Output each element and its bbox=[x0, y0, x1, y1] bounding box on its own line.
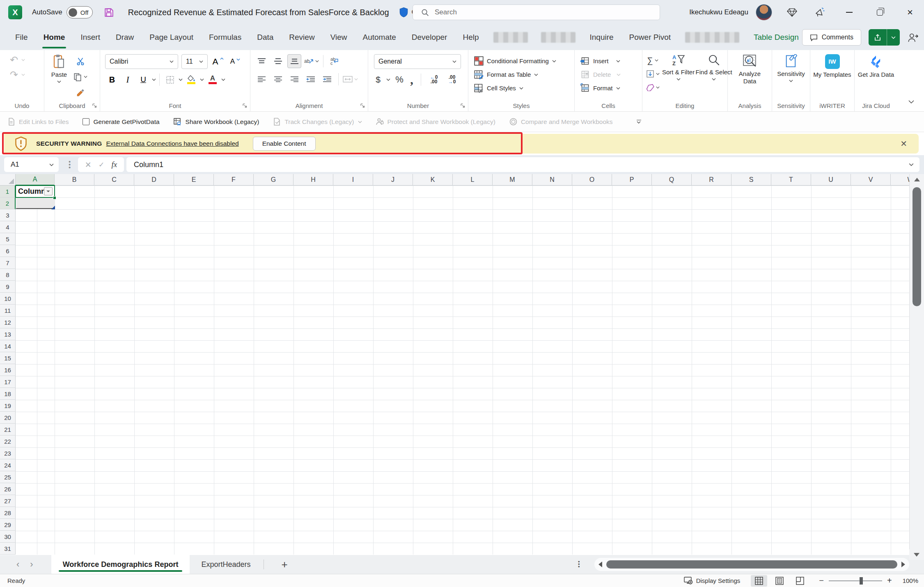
row-header-1[interactable]: 1 bbox=[0, 186, 16, 197]
wrap-text-button[interactable]: abc bbox=[328, 54, 342, 68]
row-header-30[interactable]: 30 bbox=[0, 531, 16, 543]
toolbar-overflow-button[interactable] bbox=[637, 120, 641, 124]
italic-button[interactable]: I bbox=[121, 73, 135, 87]
zoom-level[interactable]: 100% bbox=[903, 577, 918, 584]
search-input[interactable]: Search bbox=[413, 5, 660, 20]
redacted-tab[interactable] bbox=[493, 32, 528, 43]
align-right-button[interactable] bbox=[287, 72, 301, 86]
row-header-15[interactable]: 15 bbox=[0, 352, 16, 364]
currency-dropdown[interactable] bbox=[386, 78, 390, 81]
column-header-b[interactable]: B bbox=[55, 174, 94, 186]
column-header-p[interactable]: P bbox=[612, 174, 652, 186]
name-box[interactable]: A1 bbox=[4, 157, 59, 172]
comments-button[interactable]: Comments bbox=[802, 29, 861, 46]
ribbon-tab-view[interactable]: View bbox=[323, 25, 355, 50]
restore-button[interactable] bbox=[871, 3, 889, 21]
share-icon[interactable] bbox=[869, 29, 887, 46]
column-header-e[interactable]: E bbox=[174, 174, 214, 186]
fill-handle[interactable] bbox=[53, 196, 56, 199]
cells-area[interactable]: Column1 bbox=[16, 186, 909, 555]
analyze-data-button[interactable]: Analyze Data bbox=[733, 54, 767, 85]
font-color-dropdown[interactable] bbox=[221, 78, 225, 81]
select-all-corner[interactable] bbox=[0, 174, 16, 186]
ribbon-tab-insert[interactable]: Insert bbox=[73, 25, 108, 50]
delete-cells-button[interactable]: Delete bbox=[580, 68, 642, 81]
undo-button[interactable]: ↶ bbox=[10, 54, 41, 66]
underline-dropdown[interactable] bbox=[152, 78, 156, 81]
minimize-button[interactable] bbox=[840, 3, 858, 21]
row-header-20[interactable]: 20 bbox=[0, 412, 16, 424]
align-left-button[interactable] bbox=[255, 72, 268, 86]
prev-sheet-icon[interactable]: ‹ bbox=[16, 559, 19, 570]
row-header-19[interactable]: 19 bbox=[0, 400, 16, 412]
save-icon[interactable] bbox=[103, 7, 114, 18]
name-box-dropdown[interactable] bbox=[49, 163, 54, 166]
zoom-out-button[interactable]: − bbox=[819, 576, 824, 585]
orientation-button[interactable]: ab bbox=[304, 54, 319, 68]
legacy-compare-and-merge-workbooks[interactable]: Compare and Merge Workbooks bbox=[509, 118, 613, 126]
clipboard-dialog-launcher[interactable] bbox=[92, 103, 97, 108]
row-header-27[interactable]: 27 bbox=[0, 495, 16, 507]
expand-formula-bar-icon[interactable] bbox=[909, 163, 914, 166]
row-header-10[interactable]: 10 bbox=[0, 293, 16, 305]
clear-button[interactable] bbox=[646, 81, 660, 94]
document-title[interactable]: Recognized Revenue & Estimated Forecast … bbox=[128, 8, 389, 17]
row-header-29[interactable]: 29 bbox=[0, 519, 16, 531]
column-header-v[interactable]: V bbox=[851, 174, 891, 186]
autosum-button[interactable]: ∑ bbox=[646, 54, 660, 66]
filter-dropdown-button[interactable] bbox=[44, 187, 53, 195]
font-name-select[interactable]: Calibri bbox=[105, 54, 178, 69]
cell-a2[interactable] bbox=[16, 198, 55, 209]
row-header-22[interactable]: 22 bbox=[0, 436, 16, 447]
paste-button[interactable]: Paste bbox=[48, 54, 71, 99]
currency-format-button[interactable]: $ bbox=[374, 73, 382, 87]
share-dropdown[interactable] bbox=[887, 29, 900, 46]
increase-indent-button[interactable] bbox=[320, 72, 334, 86]
decrease-decimal-button[interactable]: .00→0 bbox=[445, 73, 459, 87]
normal-view-button[interactable] bbox=[751, 575, 767, 587]
row-header-9[interactable]: 9 bbox=[0, 281, 16, 293]
number-dialog-launcher[interactable] bbox=[460, 103, 465, 108]
column-header-f[interactable]: F bbox=[214, 174, 254, 186]
ribbon-tab-power-pivot[interactable]: Power Pivot bbox=[621, 25, 679, 50]
percent-format-button[interactable]: % bbox=[394, 73, 404, 87]
collapse-ribbon-button[interactable] bbox=[908, 100, 914, 104]
decrease-indent-button[interactable] bbox=[304, 72, 318, 86]
row-header-21[interactable]: 21 bbox=[0, 424, 16, 436]
scroll-down-button[interactable] bbox=[909, 549, 924, 560]
vertical-scroll-thumb[interactable] bbox=[913, 187, 921, 306]
row-header-31[interactable]: 31 bbox=[0, 543, 16, 555]
row-header-5[interactable]: 5 bbox=[0, 233, 16, 245]
column-header-u[interactable]: U bbox=[811, 174, 851, 186]
autosave-toggle[interactable]: Off bbox=[66, 6, 93, 18]
row-header-8[interactable]: 8 bbox=[0, 269, 16, 281]
ribbon-tab-file[interactable]: File bbox=[7, 25, 36, 50]
row-header-17[interactable]: 17 bbox=[0, 376, 16, 388]
column-header-d[interactable]: D bbox=[134, 174, 174, 186]
align-center-button[interactable] bbox=[271, 72, 285, 86]
sheet-tab-exportheaders[interactable]: ExportHeaders bbox=[190, 555, 262, 574]
row-header-11[interactable]: 11 bbox=[0, 305, 16, 316]
get-jira-data-button[interactable]: Get Jira Data bbox=[856, 54, 896, 78]
sensitivity-button[interactable]: Sensitivity bbox=[773, 54, 809, 82]
vertical-scrollbar[interactable] bbox=[909, 174, 924, 555]
ribbon-tab-review[interactable]: Review bbox=[281, 25, 322, 50]
format-as-table-button[interactable]: Format as Table bbox=[474, 68, 574, 81]
alignment-dialog-launcher[interactable] bbox=[360, 103, 365, 108]
ribbon-tab-formulas[interactable]: Formulas bbox=[201, 25, 249, 50]
ribbon-tab-help[interactable]: Help bbox=[455, 25, 486, 50]
font-color-button[interactable]: A bbox=[206, 73, 220, 87]
copy-button[interactable] bbox=[73, 70, 87, 84]
row-header-13[interactable]: 13 bbox=[0, 328, 16, 340]
ribbon-tab-data[interactable]: Data bbox=[249, 25, 281, 50]
conditional-formatting-button[interactable]: Conditional Formatting bbox=[474, 54, 574, 68]
row-header-18[interactable]: 18 bbox=[0, 388, 16, 400]
table-resize-handle[interactable] bbox=[51, 206, 55, 209]
legacy-edit-links-to-files[interactable]: Edit Links to Files bbox=[7, 118, 69, 126]
row-header-2[interactable]: 2 bbox=[0, 197, 16, 209]
column-header-r[interactable]: R bbox=[692, 174, 731, 186]
page-layout-view-button[interactable] bbox=[771, 575, 788, 587]
align-bottom-button[interactable] bbox=[287, 54, 301, 68]
ribbon-tab-developer[interactable]: Developer bbox=[404, 25, 455, 50]
avatar[interactable] bbox=[756, 4, 772, 21]
